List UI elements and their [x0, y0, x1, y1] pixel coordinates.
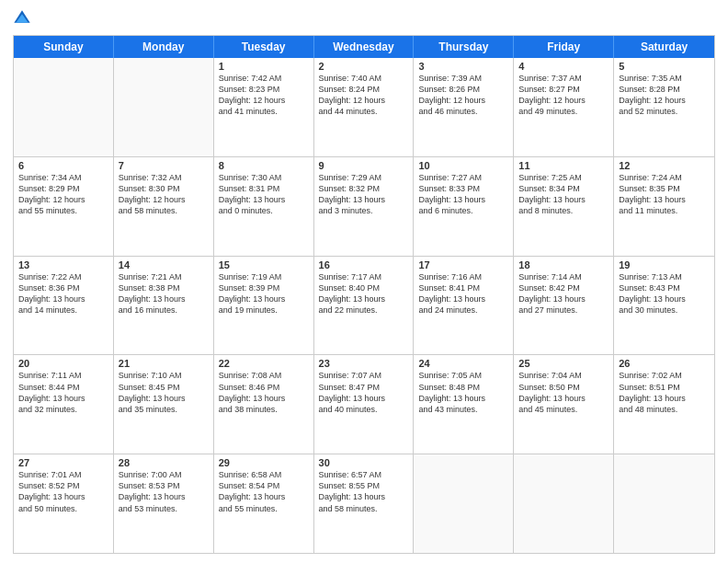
day-number: 15 — [219, 259, 309, 270]
cell-line: Sunset: 8:50 PM — [518, 382, 609, 393]
cell-line: Daylight: 13 hours — [518, 393, 609, 404]
cell-line: Sunrise: 7:00 AM — [119, 469, 209, 480]
cell-line: and 44 minutes. — [319, 106, 409, 117]
cell-line: Daylight: 13 hours — [619, 194, 710, 205]
cell-line: and 11 minutes. — [619, 205, 710, 216]
cell-line: Sunset: 8:39 PM — [219, 282, 309, 293]
day-number: 29 — [219, 457, 309, 468]
cell-line: and 46 minutes. — [418, 106, 508, 117]
day-number: 9 — [319, 160, 409, 171]
day-number: 27 — [18, 457, 108, 468]
calendar-day-cell: 13Sunrise: 7:22 AMSunset: 8:36 PMDayligh… — [14, 257, 114, 355]
cell-line: Daylight: 13 hours — [319, 293, 409, 304]
cell-line: Sunset: 8:43 PM — [619, 282, 710, 293]
cell-line: Daylight: 13 hours — [619, 293, 710, 304]
cell-line: and 50 minutes. — [18, 503, 108, 514]
cell-line: Sunrise: 6:58 AM — [219, 469, 309, 480]
calendar-day-cell: 18Sunrise: 7:14 AMSunset: 8:42 PMDayligh… — [514, 257, 614, 355]
cell-line: Daylight: 13 hours — [18, 293, 108, 304]
calendar-day-cell: 2Sunrise: 7:40 AMSunset: 8:24 PMDaylight… — [314, 58, 415, 156]
cell-line: Sunset: 8:54 PM — [219, 480, 309, 491]
day-number: 23 — [319, 358, 409, 369]
cell-line: Sunset: 8:46 PM — [219, 382, 309, 393]
cell-line: Daylight: 13 hours — [119, 293, 209, 304]
cell-line: and 16 minutes. — [119, 304, 209, 316]
cell-line: Sunset: 8:35 PM — [619, 183, 710, 194]
calendar-header-row: SundayMondayTuesdayWednesdayThursdayFrid… — [14, 36, 714, 58]
day-number: 11 — [518, 160, 609, 171]
day-number: 1 — [219, 61, 309, 72]
calendar-row: 27Sunrise: 7:01 AMSunset: 8:52 PMDayligh… — [14, 454, 714, 553]
cell-line: Sunrise: 7:24 AM — [619, 172, 710, 183]
calendar-header-cell: Sunday — [14, 36, 114, 58]
calendar-header-cell: Saturday — [614, 36, 714, 58]
cell-line: Daylight: 13 hours — [418, 393, 508, 404]
cell-line: Sunset: 8:41 PM — [418, 282, 508, 293]
cell-line: Sunset: 8:30 PM — [119, 183, 209, 194]
cell-line: and 24 minutes. — [418, 304, 508, 316]
day-number: 10 — [418, 160, 508, 171]
calendar-empty-cell — [114, 58, 214, 156]
cell-line: Sunrise: 7:22 AM — [18, 271, 108, 282]
cell-line: Sunrise: 7:11 AM — [18, 370, 108, 381]
day-number: 12 — [619, 160, 710, 171]
cell-line: and 8 minutes. — [518, 205, 609, 216]
calendar-day-cell: 21Sunrise: 7:10 AMSunset: 8:45 PMDayligh… — [114, 355, 214, 454]
day-number: 21 — [119, 358, 209, 369]
calendar-day-cell: 9Sunrise: 7:29 AMSunset: 8:32 PMDaylight… — [314, 157, 415, 256]
day-number: 16 — [319, 259, 409, 270]
cell-line: Sunrise: 7:10 AM — [119, 370, 209, 381]
calendar-row: 6Sunrise: 7:34 AMSunset: 8:29 PMDaylight… — [14, 157, 714, 257]
calendar-header-cell: Friday — [514, 36, 614, 58]
cell-line: Sunset: 8:33 PM — [418, 183, 508, 194]
calendar-row: 13Sunrise: 7:22 AMSunset: 8:36 PMDayligh… — [14, 257, 714, 356]
calendar-day-cell: 28Sunrise: 7:00 AMSunset: 8:53 PMDayligh… — [114, 454, 214, 553]
cell-line: Sunset: 8:36 PM — [18, 282, 108, 293]
cell-line: Sunrise: 7:34 AM — [18, 172, 108, 183]
cell-line: and 58 minutes. — [319, 503, 409, 514]
day-number: 3 — [418, 61, 508, 72]
day-number: 13 — [18, 259, 108, 270]
cell-line: Sunset: 8:29 PM — [18, 183, 108, 194]
cell-line: Daylight: 12 hours — [418, 95, 508, 106]
calendar-day-cell: 11Sunrise: 7:25 AMSunset: 8:34 PMDayligh… — [514, 157, 614, 256]
cell-line: Sunset: 8:44 PM — [18, 382, 108, 393]
cell-line: Sunset: 8:52 PM — [18, 480, 108, 491]
calendar-day-cell: 20Sunrise: 7:11 AMSunset: 8:44 PMDayligh… — [14, 355, 114, 454]
calendar-day-cell: 6Sunrise: 7:34 AMSunset: 8:29 PMDaylight… — [14, 157, 114, 256]
cell-line: Sunset: 8:55 PM — [319, 480, 409, 491]
cell-line: Daylight: 13 hours — [319, 393, 409, 404]
cell-line: Daylight: 13 hours — [619, 393, 710, 404]
calendar-day-cell: 25Sunrise: 7:04 AMSunset: 8:50 PMDayligh… — [514, 355, 614, 454]
cell-line: Daylight: 13 hours — [219, 393, 309, 404]
cell-line: Sunset: 8:51 PM — [619, 382, 710, 393]
cell-line: Daylight: 12 hours — [619, 95, 710, 106]
cell-line: Daylight: 13 hours — [18, 491, 108, 502]
cell-line: and 14 minutes. — [18, 304, 108, 316]
cell-line: Sunrise: 7:02 AM — [619, 370, 710, 381]
calendar-day-cell: 14Sunrise: 7:21 AMSunset: 8:38 PMDayligh… — [114, 257, 214, 355]
cell-line: Sunrise: 7:37 AM — [518, 73, 609, 84]
day-number: 6 — [18, 160, 108, 171]
calendar-day-cell: 7Sunrise: 7:32 AMSunset: 8:30 PMDaylight… — [114, 157, 214, 256]
calendar-day-cell: 1Sunrise: 7:42 AMSunset: 8:23 PMDaylight… — [214, 58, 314, 156]
cell-line: Daylight: 12 hours — [319, 95, 409, 106]
calendar-empty-cell — [614, 454, 714, 553]
day-number: 14 — [119, 259, 209, 270]
cell-line: Sunrise: 7:16 AM — [418, 271, 508, 282]
cell-line: Sunset: 8:53 PM — [119, 480, 209, 491]
cell-line: Daylight: 12 hours — [119, 194, 209, 205]
calendar-header-cell: Wednesday — [314, 36, 415, 58]
calendar-day-cell: 12Sunrise: 7:24 AMSunset: 8:35 PMDayligh… — [614, 157, 714, 256]
cell-line: and 0 minutes. — [219, 205, 309, 216]
calendar-day-cell: 4Sunrise: 7:37 AMSunset: 8:27 PMDaylight… — [514, 58, 614, 156]
calendar-body: 1Sunrise: 7:42 AMSunset: 8:23 PMDaylight… — [14, 58, 714, 553]
cell-line: Sunset: 8:32 PM — [319, 183, 409, 194]
cell-line: Daylight: 12 hours — [219, 95, 309, 106]
calendar-day-cell: 15Sunrise: 7:19 AMSunset: 8:39 PMDayligh… — [214, 257, 314, 355]
logo — [13, 9, 35, 28]
cell-line: Sunset: 8:26 PM — [418, 84, 508, 95]
calendar-header-cell: Monday — [114, 36, 214, 58]
cell-line: Sunrise: 7:01 AM — [18, 469, 108, 480]
cell-line: Sunset: 8:23 PM — [219, 84, 309, 95]
